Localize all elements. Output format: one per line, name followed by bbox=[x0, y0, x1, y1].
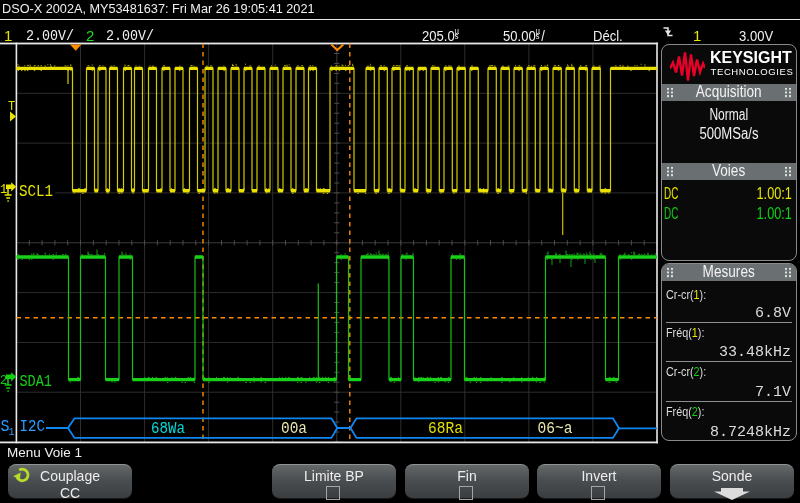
svg-text:06~a: 06~a bbox=[538, 419, 573, 438]
svg-text:T: T bbox=[8, 100, 15, 114]
svg-text:SCL1: SCL1 bbox=[19, 182, 53, 201]
svg-text:I2C: I2C bbox=[20, 417, 46, 436]
svg-text:68Wa: 68Wa bbox=[151, 419, 185, 438]
svg-text:00a: 00a bbox=[281, 419, 307, 438]
svg-text:1: 1 bbox=[9, 427, 15, 438]
svg-text:SDA1: SDA1 bbox=[20, 372, 53, 391]
svg-text:68Ra: 68Ra bbox=[428, 419, 463, 438]
